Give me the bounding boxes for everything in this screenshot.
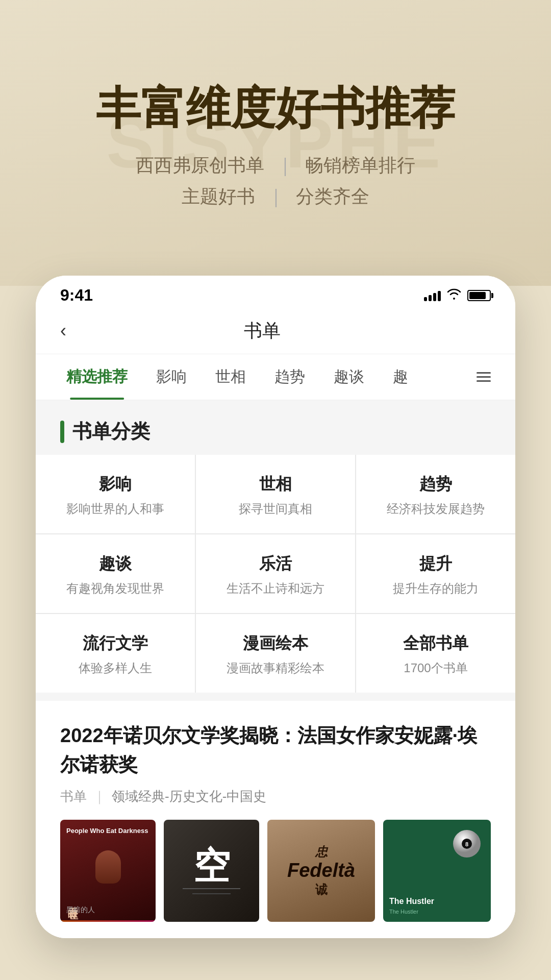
category-grid: 影响 影响世界的人和事 世相 探寻世间真相 趋势 经济科技发展趋势 趣谈 有趣视… <box>36 455 515 693</box>
category-name-fiction: 流行文学 <box>83 632 148 655</box>
book1-title: People Who Eat Darkness <box>66 827 149 836</box>
tab-more-label[interactable]: 趣 <box>379 354 422 400</box>
subtitle-part4: 分类齐全 <box>296 186 369 207</box>
signal-bar-1 <box>424 297 427 301</box>
battery-fill <box>469 292 486 299</box>
book4-subtitle: The Hustler <box>389 909 485 915</box>
category-name-world: 世相 <box>259 473 292 496</box>
svg-text:8: 8 <box>465 841 468 847</box>
book-cover-4[interactable]: 8 The Hustler The Hustler <box>383 820 491 922</box>
menu-line-3 <box>477 380 491 382</box>
tab-menu-icon[interactable] <box>468 360 499 394</box>
section-header: 书单分类 <box>36 400 515 455</box>
category-desc-comics: 漫画故事精彩绘本 <box>227 660 324 676</box>
featured-card[interactable]: 2022年诺贝尔文学奖揭晓：法国女作家安妮露·埃尔诺获奖 书单 ｜ 领域经典-历… <box>36 701 515 938</box>
category-desc-improve: 提升生存的能力 <box>393 580 479 597</box>
battery-icon <box>467 290 491 301</box>
category-name-improve: 提升 <box>419 553 452 575</box>
category-item-comics[interactable]: 漫画绘本 漫画故事精彩绘本 <box>196 614 355 693</box>
book2-line2 <box>192 893 231 894</box>
subtitle-divider2: ｜ <box>267 186 285 207</box>
subtitle-divider1: ｜ <box>276 155 294 176</box>
category-item-trends[interactable]: 趋势 经济科技发展趋势 <box>356 455 515 533</box>
category-item-improve[interactable]: 提升 提升生存的能力 <box>356 534 515 613</box>
meta-category: 领域经典-历史文化-中国史 <box>112 788 266 805</box>
featured-title: 2022年诺贝尔文学奖揭晓：法国女作家安妮露·埃尔诺获奖 <box>60 721 491 779</box>
category-name-all: 全部书单 <box>403 632 468 655</box>
tab-world[interactable]: 世相 <box>201 354 260 400</box>
category-name-influence: 影响 <box>99 473 132 496</box>
book-covers-row: People Who Eat Darkness 吞噬 黑暗的人 空 <box>60 820 491 922</box>
section-title: 书单分类 <box>72 419 150 445</box>
section-title-bar <box>60 421 64 443</box>
category-name-trends: 趋势 <box>419 473 452 496</box>
category-desc-influence: 影响世界的人和事 <box>66 501 164 517</box>
book3-title1: 忠 <box>315 844 328 860</box>
featured-meta: 书单 ｜ 领域经典-历史文化-中国史 <box>60 788 491 805</box>
signal-bar-4 <box>438 291 441 301</box>
category-desc-lifestyle: 生活不止诗和远方 <box>227 580 324 597</box>
category-name-comics: 漫画绘本 <box>243 632 308 655</box>
signal-bar-2 <box>429 295 432 301</box>
subtitle-part1: 西西弗原创书单 <box>136 155 264 176</box>
book-cover-3[interactable]: 忠 Fedeltà 诚 <box>267 820 375 922</box>
book1-chinese: 吞噬 <box>66 899 80 903</box>
status-icons <box>424 288 491 303</box>
category-desc-fun: 有趣视角发现世界 <box>66 580 164 597</box>
category-item-all[interactable]: 全部书单 1700个书单 <box>356 614 515 693</box>
meta-divider: ｜ <box>93 788 106 805</box>
tab-featured[interactable]: 精选推荐 <box>52 354 142 400</box>
signal-icon <box>424 290 441 301</box>
subtitle-part3: 主题好书 <box>182 186 255 207</box>
category-item-fun[interactable]: 趣谈 有趣视角发现世界 <box>36 534 195 613</box>
tab-trends[interactable]: 趋势 <box>260 354 319 400</box>
menu-line-1 <box>477 372 491 374</box>
category-item-fiction[interactable]: 流行文学 体验多样人生 <box>36 614 195 693</box>
status-time: 9:41 <box>60 286 93 305</box>
content-area: 书单分类 影响 影响世界的人和事 世相 探寻世间真相 趋势 经济科技发展趋势 趣… <box>36 400 515 938</box>
hero-section: SISYPHE 丰富维度好书推荐 西西弗原创书单 ｜ 畅销榜单排行 主题好书 ｜… <box>0 0 551 286</box>
meta-type: 书单 <box>60 788 87 805</box>
book3-title2: Fedeltà <box>287 860 355 881</box>
status-bar: 9:41 <box>36 276 515 310</box>
tab-fun[interactable]: 趣谈 <box>319 354 379 400</box>
book3-title3: 诚 <box>315 881 328 898</box>
category-item-influence[interactable]: 影响 影响世界的人和事 <box>36 455 195 533</box>
book1-figure <box>95 850 121 884</box>
category-desc-fiction: 体验多样人生 <box>79 660 152 676</box>
category-item-world[interactable]: 世相 探寻世间真相 <box>196 455 355 533</box>
tab-influence[interactable]: 影响 <box>142 354 201 400</box>
hero-title: 丰富维度好书推荐 <box>96 84 455 133</box>
hero-subtitle: 西西弗原创书单 ｜ 畅销榜单排行 主题好书 ｜ 分类齐全 <box>136 150 415 212</box>
category-name-fun: 趣谈 <box>99 553 132 575</box>
category-item-lifestyle[interactable]: 乐活 生活不止诗和远方 <box>196 534 355 613</box>
page-title: 书单 <box>74 318 450 344</box>
wifi-icon <box>447 288 461 303</box>
category-desc-trends: 经济科技发展趋势 <box>387 501 485 517</box>
back-button[interactable]: ‹ <box>60 318 74 344</box>
book-cover-1[interactable]: People Who Eat Darkness 吞噬 黑暗的人 <box>60 820 156 922</box>
menu-line-2 <box>477 376 491 378</box>
category-name-lifestyle: 乐活 <box>259 553 292 575</box>
signal-bar-3 <box>433 293 436 301</box>
nav-bar: ‹ 书单 <box>36 310 515 354</box>
book4-ball: 8 <box>452 829 482 859</box>
book2-line <box>183 888 240 889</box>
subtitle-part2: 畅销榜单排行 <box>305 155 415 176</box>
book4-title: The Hustler <box>389 896 485 907</box>
category-desc-world: 探寻世间真相 <box>239 501 312 517</box>
book1-stripe <box>60 920 156 922</box>
phone-mockup: 9:41 <box>36 276 515 938</box>
book2-char: 空 <box>193 847 230 884</box>
book-cover-2[interactable]: 空 <box>164 820 259 922</box>
book1-subtitle: 黑暗的人 <box>66 905 149 915</box>
tab-bar: 精选推荐 影响 世相 趋势 趣谈 趣 <box>36 354 515 400</box>
phone-container: 9:41 <box>0 276 551 938</box>
category-desc-all: 1700个书单 <box>404 660 467 676</box>
